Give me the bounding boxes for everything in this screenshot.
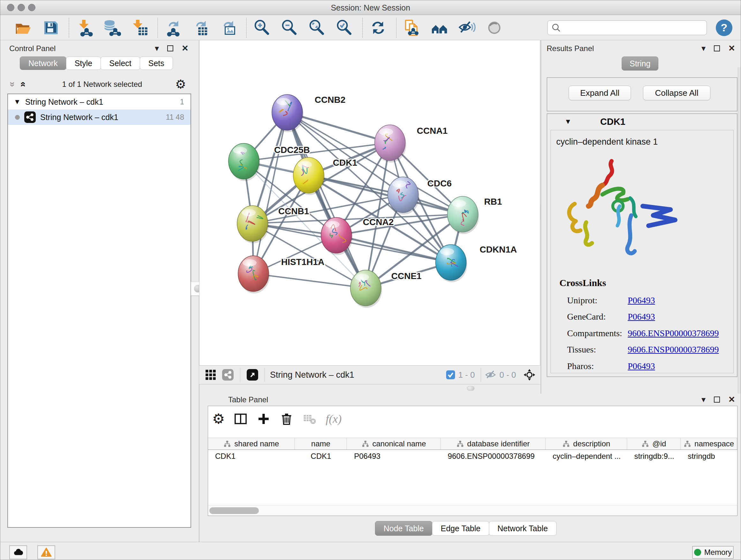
cell-canonical-name[interactable]: P06493 <box>347 452 441 461</box>
column-header--id[interactable]: @id <box>627 438 681 449</box>
network-node-HIST1H1A[interactable] <box>238 256 270 294</box>
delete-column-icon[interactable] <box>280 412 293 426</box>
collapse-results-icon[interactable]: ▾ <box>701 44 705 52</box>
float-panel-icon[interactable] <box>167 45 173 51</box>
network-row[interactable]: String Network – cdk1 11 48 <box>8 110 191 125</box>
crosslink-value-link[interactable]: P06493 <box>628 361 655 371</box>
new-network-from-selection-button[interactable] <box>402 17 422 38</box>
column-header-database-identifier[interactable]: database identifier <box>441 438 546 449</box>
close-table-icon[interactable]: ✕ <box>728 395 735 403</box>
grid-icon <box>205 369 217 381</box>
import-table-from-file-button[interactable] <box>129 17 150 38</box>
network-node-CCNE1[interactable] <box>350 270 382 308</box>
table-horizontal-scrollbar[interactable] <box>208 505 737 516</box>
tab-network[interactable]: Network <box>20 57 66 70</box>
tab-sets[interactable]: Sets <box>140 57 173 70</box>
birds-eye-view-button[interactable] <box>246 368 259 382</box>
expand-all-networks-icon[interactable]: « <box>18 79 29 90</box>
network-node-RB1[interactable] <box>448 196 479 234</box>
string-query-button[interactable] <box>429 17 450 38</box>
save-session-button[interactable] <box>41 17 61 38</box>
cell-namespace[interactable]: stringdb <box>681 452 737 461</box>
network-node-CCNA2[interactable] <box>321 217 353 255</box>
network-graph[interactable]: CCNB2CCNA1CDC25BCDK1CDC6RB1CCNB1CCNA2CDK… <box>199 40 540 365</box>
column-header-name[interactable]: name <box>295 438 347 449</box>
column-header-canonical-name[interactable]: canonical name <box>347 438 441 449</box>
table-header-row[interactable]: shared namename canonical name database … <box>208 438 737 450</box>
float-table-icon[interactable] <box>714 396 720 402</box>
memory-button[interactable]: Memory <box>692 546 734 559</box>
network-node-CCNB2[interactable] <box>272 95 304 132</box>
import-network-from-database-button[interactable] <box>102 17 122 38</box>
export-network-button[interactable] <box>163 17 184 38</box>
crosslink-value-link[interactable]: P06493 <box>628 312 655 322</box>
gene-expand-icon[interactable]: ▼ <box>564 118 571 126</box>
network-canvas[interactable]: CCNB2CCNA1CDC25BCDK1CDC6RB1CCNB1CCNA2CDK… <box>199 40 540 365</box>
warnings-button[interactable] <box>37 545 55 559</box>
collapse-all-button[interactable]: Collapse All <box>643 85 711 100</box>
network-view-button[interactable] <box>221 368 235 382</box>
column-header-namespace[interactable]: namespace <box>681 438 737 449</box>
crosslink-value-link[interactable]: 9606.ENSP00000378699 <box>628 345 719 355</box>
cell-description[interactable]: cyclin–dependent ... <box>546 452 627 461</box>
scrollbar-thumb[interactable] <box>209 507 259 514</box>
network-node-CDKN1A[interactable] <box>435 245 467 282</box>
close-panel-icon[interactable]: ✕ <box>182 44 189 52</box>
columns-icon[interactable] <box>233 412 248 426</box>
expand-all-button[interactable]: Expand All <box>569 85 631 100</box>
open-session-button[interactable] <box>13 17 33 38</box>
network-node-CCNB1[interactable] <box>237 206 269 243</box>
right-splitter[interactable] <box>541 40 541 394</box>
network-collection-row[interactable]: ▼ String Network – cdk1 1 <box>8 94 191 110</box>
birds-eye-toggle-button[interactable] <box>484 17 504 38</box>
cell-shared-name[interactable]: CDK1 <box>208 452 295 461</box>
collapse-panel-icon[interactable]: ▾ <box>155 44 159 52</box>
float-results-icon[interactable] <box>714 45 720 51</box>
tab-network-table[interactable]: Network Table <box>489 521 556 536</box>
help-button[interactable]: ? <box>716 19 732 36</box>
column-header-shared-name[interactable]: shared name <box>208 438 295 449</box>
network-node-CDK1[interactable] <box>293 158 325 195</box>
gene-card-header[interactable]: ▼ CDK1 <box>547 114 737 129</box>
table-row[interactable]: CDK1CDK1P064939606.ENSP00000378699cyclin… <box>208 450 737 462</box>
cell-database-identifier[interactable]: 9606.ENSP00000378699 <box>441 452 546 461</box>
crosslink-value-link[interactable]: P06493 <box>628 295 655 306</box>
collapse-all-networks-icon[interactable]: » <box>7 79 18 90</box>
tab-string[interactable]: String <box>622 57 658 71</box>
network-node-CCNA1[interactable] <box>375 125 406 163</box>
add-column-icon[interactable] <box>257 412 271 426</box>
gene-symbol: CDK1 <box>600 117 625 127</box>
tab-style[interactable]: Style <box>66 57 101 70</box>
crosslink-row: Pharos:P06493 <box>567 358 733 374</box>
import-network-from-file-button[interactable] <box>74 17 95 38</box>
apply-preferred-layout-button[interactable] <box>368 17 388 38</box>
network-options-gear-icon[interactable]: ⚙ <box>175 78 186 90</box>
import-network-from-database-icon <box>103 19 121 37</box>
cell--id[interactable]: stringdb:9... <box>627 452 681 461</box>
show-hide-graphics-details-button[interactable] <box>457 17 477 38</box>
export-table-button[interactable] <box>191 17 211 38</box>
export-image-button[interactable] <box>218 17 239 38</box>
tab-select[interactable]: Select <box>100 57 140 70</box>
crosslink-value-link[interactable]: 9606.ENSP00000378699 <box>628 328 719 338</box>
close-results-icon[interactable]: ✕ <box>728 44 735 52</box>
zoom-in-button[interactable] <box>252 17 272 38</box>
zoom-fit-button[interactable] <box>307 17 327 38</box>
grid-view-button[interactable] <box>204 368 218 382</box>
zoom-out-button[interactable] <box>279 17 300 38</box>
table-settings-gear-icon[interactable]: ⚙ <box>212 412 225 426</box>
tab-node-table[interactable]: Node Table <box>375 521 432 536</box>
zoom-selected-button[interactable] <box>334 17 354 38</box>
results-scrollbar[interactable] <box>738 67 741 394</box>
selected-checkbox-icon[interactable] <box>446 370 456 380</box>
column-header-description[interactable]: description <box>546 438 627 449</box>
tab-edge-table[interactable]: Edge Table <box>432 521 489 536</box>
cell-name[interactable]: CDK1 <box>295 452 347 461</box>
fit-selected-button[interactable] <box>522 367 537 382</box>
collapse-table-icon[interactable]: ▾ <box>701 395 705 403</box>
horizontal-splitter-handle[interactable] <box>467 386 475 391</box>
collection-expand-icon[interactable]: ▼ <box>14 98 21 106</box>
search-input[interactable] <box>563 23 703 33</box>
cloud-button[interactable] <box>9 545 27 559</box>
search-box[interactable] <box>547 20 707 35</box>
